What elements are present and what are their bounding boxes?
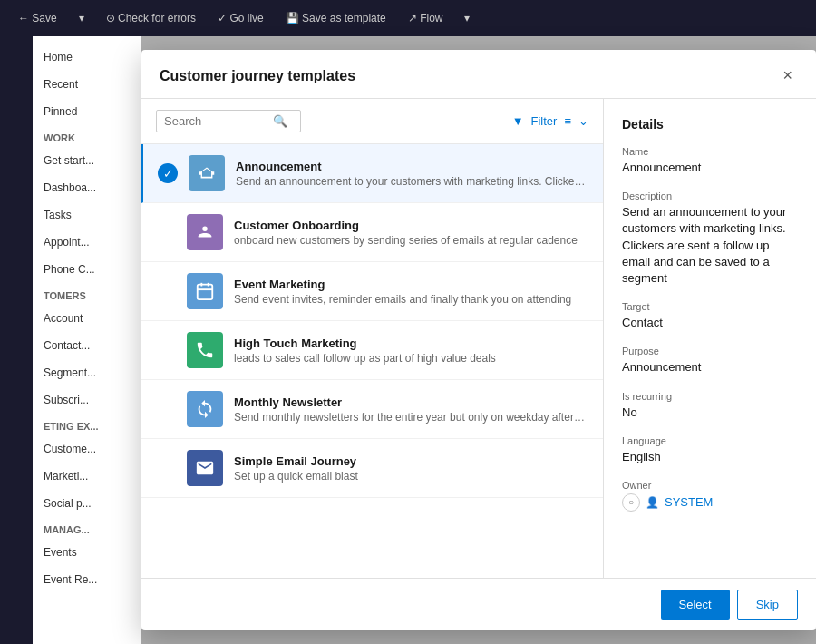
- template-info-simple-email-journey: Simple Email Journey Set up a quick emai…: [234, 454, 588, 483]
- nav-customers-section: tomers: [33, 283, 141, 305]
- detail-value-purpose: Announcement: [622, 359, 798, 376]
- nav-manage-section: manag...: [33, 517, 141, 539]
- detail-value-language: English: [622, 449, 798, 465]
- template-name-monthly-newsletter: Monthly Newsletter: [234, 395, 588, 409]
- nav-event-registrations[interactable]: Event Re...: [33, 566, 141, 593]
- customer-journey-templates-modal: Customer journey templates × 🔍: [141, 50, 816, 630]
- save-dropdown-button[interactable]: ▾: [72, 8, 92, 28]
- detail-label-target: Target: [622, 301, 798, 312]
- template-info-customer-onboarding: Customer Onboarding onboard new customer…: [234, 219, 588, 247]
- skip-button[interactable]: Skip: [737, 590, 798, 620]
- template-item-high-touch-marketing[interactable]: High Touch Marketing leads to sales call…: [141, 321, 603, 380]
- template-name-simple-email-journey: Simple Email Journey: [234, 454, 588, 468]
- template-desc-high-touch-marketing: leads to sales call follow up as part of…: [234, 352, 588, 365]
- template-desc-customer-onboarding: onboard new customers by sending series …: [234, 234, 588, 247]
- app-background: ← Save ▾ ⊙ Check for errors ✓ Go live 💾 …: [0, 0, 816, 644]
- template-icon-simple-email-journey: [187, 450, 223, 486]
- check-errors-button[interactable]: ⊙ Check for errors: [99, 8, 203, 28]
- app-layout: Home Recent Pinned Work Get start... Das…: [0, 36, 816, 644]
- nav-pinned[interactable]: Pinned: [33, 98, 141, 125]
- nav-dashboard[interactable]: Dashboa...: [33, 174, 141, 201]
- template-name-event-marketing: Event Marketing: [234, 278, 588, 291]
- template-list-panel: 🔍 ▼ Filter ≡ ⌄: [141, 99, 604, 578]
- nav-events[interactable]: Events: [33, 539, 141, 566]
- detail-field-target: Target Contact: [622, 301, 798, 331]
- search-input[interactable]: [164, 114, 273, 128]
- nav-marketing-section: eting ex...: [33, 414, 141, 435]
- template-selected-check: ✓: [158, 163, 178, 183]
- nav-tasks[interactable]: Tasks: [33, 201, 141, 229]
- detail-label-purpose: Purpose: [622, 346, 798, 356]
- detail-field-description: Description Send an announcement to your…: [622, 190, 798, 287]
- owner-person-icon: 👤: [646, 496, 659, 509]
- nav-appointments[interactable]: Appoint...: [33, 229, 141, 256]
- template-desc-monthly-newsletter: Send monthly newsletters for the entire …: [234, 411, 588, 424]
- modal-header: Customer journey templates ×: [141, 50, 816, 99]
- nav-account[interactable]: Account: [33, 305, 141, 332]
- detail-field-recurring: Is recurring No: [622, 391, 798, 421]
- flow-button[interactable]: ↗ Flow: [401, 8, 451, 28]
- detail-label-name: Name: [622, 146, 798, 157]
- template-icon-monthly-newsletter: [187, 391, 223, 427]
- template-icon-event-marketing: [187, 273, 223, 309]
- template-item-announcement[interactable]: ✓ Announcement Send an announcement to y…: [141, 144, 603, 203]
- template-icon-high-touch-marketing: [187, 332, 223, 368]
- details-title: Details: [622, 117, 798, 132]
- detail-value-description: Send an announcement to your customers w…: [622, 204, 798, 287]
- filter-list-icon: ≡: [564, 114, 571, 128]
- search-input-wrapper[interactable]: 🔍: [156, 110, 301, 132]
- filter-chevron-icon: ⌄: [578, 114, 588, 128]
- template-desc-announcement: Send an announcement to your customers w…: [236, 175, 588, 188]
- modal-footer: Select Skip: [141, 578, 816, 630]
- nav-segments[interactable]: Segment...: [33, 359, 141, 386]
- select-button[interactable]: Select: [661, 590, 730, 620]
- template-item-monthly-newsletter[interactable]: Monthly Newsletter Send monthly newslett…: [141, 380, 603, 439]
- svg-rect-1: [198, 285, 213, 300]
- owner-link[interactable]: SYSTEM: [665, 495, 713, 509]
- template-item-customer-onboarding[interactable]: Customer Onboarding onboard new customer…: [141, 203, 603, 262]
- nav-phone-calls[interactable]: Phone C...: [33, 256, 141, 283]
- sidebar: [0, 36, 33, 644]
- flow-dropdown-button[interactable]: ▾: [457, 8, 477, 28]
- template-name-high-touch-marketing: High Touch Marketing: [234, 337, 588, 350]
- nav-get-started[interactable]: Get start...: [33, 147, 141, 174]
- nav-customer-journeys[interactable]: Custome...: [33, 435, 141, 463]
- detail-field-name: Name Announcement: [622, 146, 798, 176]
- nav-marketing-emails[interactable]: Marketi...: [33, 463, 141, 490]
- detail-field-owner: Owner ○ 👤 SYSTEM: [622, 480, 798, 512]
- nav-home[interactable]: Home: [33, 44, 141, 71]
- filter-icon: ▼: [512, 114, 524, 128]
- modal-overlay: Customer journey templates × 🔍: [141, 36, 816, 644]
- detail-label-language: Language: [622, 435, 798, 446]
- template-item-event-marketing[interactable]: Event Marketing Send event invites, remi…: [141, 262, 603, 321]
- modal-close-button[interactable]: ×: [777, 64, 798, 87]
- nav-recent[interactable]: Recent: [33, 71, 141, 98]
- template-info-high-touch-marketing: High Touch Marketing leads to sales call…: [234, 337, 588, 365]
- filter-label: Filter: [531, 114, 558, 128]
- template-name-customer-onboarding: Customer Onboarding: [234, 219, 588, 232]
- owner-circle-icon: ○: [622, 493, 640, 512]
- template-name-announcement: Announcement: [236, 160, 588, 173]
- details-panel: Details Name Announcement Description Se…: [604, 99, 816, 578]
- template-desc-event-marketing: Send event invites, reminder emails and …: [234, 293, 588, 306]
- template-items: ✓ Announcement Send an announcement to y…: [141, 144, 603, 578]
- filter-controls[interactable]: ▼ Filter ≡ ⌄: [512, 114, 588, 128]
- nav-contacts[interactable]: Contact...: [33, 332, 141, 359]
- detail-value-name: Announcement: [622, 160, 798, 176]
- detail-value-recurring: No: [622, 405, 798, 421]
- template-info-announcement: Announcement Send an announcement to you…: [236, 160, 588, 188]
- nav-subscriptions[interactable]: Subscri...: [33, 386, 141, 414]
- template-desc-simple-email-journey: Set up a quick email blast: [234, 470, 588, 483]
- detail-label-recurring: Is recurring: [622, 391, 798, 402]
- save-button[interactable]: ← Save: [11, 8, 64, 28]
- search-icon: 🔍: [273, 114, 287, 128]
- nav-social-posts[interactable]: Social p...: [33, 490, 141, 517]
- save-as-template-button[interactable]: 💾 Save as template: [278, 8, 393, 28]
- template-icon-customer-onboarding: [187, 214, 223, 250]
- content-area: Customer journey templates × 🔍: [141, 36, 816, 644]
- modal-title: Customer journey templates: [160, 68, 355, 84]
- search-bar: 🔍 ▼ Filter ≡ ⌄: [141, 99, 603, 144]
- go-live-button[interactable]: ✓ Go live: [210, 8, 271, 28]
- app-header: ← Save ▾ ⊙ Check for errors ✓ Go live 💾 …: [0, 0, 816, 36]
- template-item-simple-email-journey[interactable]: Simple Email Journey Set up a quick emai…: [141, 439, 603, 498]
